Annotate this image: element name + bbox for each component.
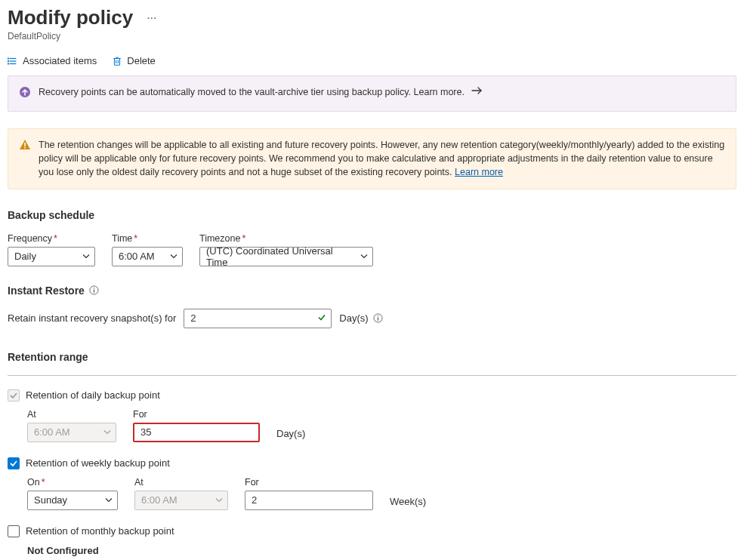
daily-retention-label: Retention of daily backup point — [26, 389, 160, 401]
time-select[interactable]: 6:00 AM — [112, 247, 183, 266]
weekly-for-label: For — [245, 477, 373, 488]
monthly-retention-label: Retention of monthly backup point — [26, 525, 174, 537]
instant-unit-label: Day(s) — [339, 312, 368, 324]
chevron-down-icon — [103, 426, 111, 438]
chevron-down-icon — [170, 251, 178, 262]
daily-for-input[interactable]: 35 — [133, 423, 260, 442]
archive-tier-banner: Recovery points can be automatically mov… — [8, 75, 736, 112]
weekly-retention-checkbox[interactable] — [8, 457, 20, 469]
daily-for-label: For — [133, 409, 260, 420]
weekly-on-select[interactable]: Sunday — [27, 491, 118, 510]
trash-icon — [112, 56, 122, 66]
daily-unit-label: Day(s) — [276, 428, 305, 439]
retention-range-heading: Retention range — [8, 351, 736, 363]
weekly-at-label: At — [134, 477, 228, 488]
daily-at-select: 6:00 AM — [27, 423, 116, 442]
weekly-unit-label: Week(s) — [390, 496, 426, 507]
list-icon — [8, 56, 18, 66]
svg-rect-17 — [94, 290, 94, 293]
weekly-retention-label: Retention of weekly backup point — [26, 457, 170, 469]
svg-point-3 — [8, 57, 8, 58]
checkmark-icon — [317, 312, 326, 324]
warning-icon — [19, 139, 31, 155]
svg-point-19 — [377, 315, 378, 316]
backup-schedule-heading: Backup schedule — [8, 209, 736, 221]
weekly-for-input[interactable]: 2 — [245, 491, 373, 510]
chevron-down-icon — [82, 251, 90, 262]
instant-snapshot-select[interactable]: 2 — [184, 309, 332, 328]
instant-restore-heading: Instant Restore — [8, 285, 736, 297]
policy-name-subtitle: DefaultPolicy — [8, 31, 736, 42]
svg-point-4 — [8, 60, 8, 61]
retention-warning-banner: The retention changes will be applicable… — [8, 128, 736, 189]
monthly-not-configured: Not Configured — [27, 545, 736, 556]
associated-items-label: Associated items — [23, 55, 97, 66]
delete-button[interactable]: Delete — [112, 55, 156, 66]
page-title: Modify policy — [8, 6, 133, 29]
daily-at-label: At — [27, 409, 116, 420]
archive-learn-more-link[interactable] — [471, 86, 483, 95]
timezone-select[interactable]: (UTC) Coordinated Universal Time — [199, 247, 373, 266]
weekly-on-label: On* — [27, 477, 118, 488]
svg-rect-14 — [24, 147, 26, 149]
archive-banner-text: Recovery points can be automatically mov… — [39, 87, 465, 97]
delete-label: Delete — [127, 55, 156, 66]
chevron-down-icon — [105, 494, 113, 506]
info-icon[interactable] — [89, 285, 99, 295]
svg-point-16 — [94, 288, 94, 288]
warning-banner-text: The retention changes will be applicable… — [39, 140, 724, 177]
archive-icon — [19, 86, 31, 102]
svg-rect-20 — [377, 318, 378, 321]
timezone-label: Timezone* — [199, 233, 373, 244]
svg-rect-13 — [24, 143, 26, 146]
daily-retention-checkbox — [8, 389, 20, 402]
command-bar: Associated items Delete — [8, 55, 736, 66]
info-icon[interactable] — [373, 313, 383, 323]
svg-point-5 — [8, 63, 8, 63]
chevron-down-icon — [215, 494, 223, 506]
divider — [8, 375, 736, 376]
more-actions-button[interactable]: ··· — [144, 11, 159, 25]
frequency-label: Frequency* — [8, 233, 95, 244]
warning-learn-more-link[interactable]: Learn more — [455, 167, 503, 177]
svg-rect-6 — [115, 58, 120, 65]
weekly-at-select: 6:00 AM — [134, 491, 228, 510]
frequency-select[interactable]: Daily — [8, 247, 95, 266]
associated-items-button[interactable]: Associated items — [8, 55, 97, 66]
time-label: Time* — [112, 233, 183, 244]
instant-restore-prefix: Retain instant recovery snapshot(s) for — [8, 312, 176, 324]
chevron-down-icon — [360, 251, 368, 262]
monthly-retention-checkbox[interactable] — [8, 525, 20, 537]
